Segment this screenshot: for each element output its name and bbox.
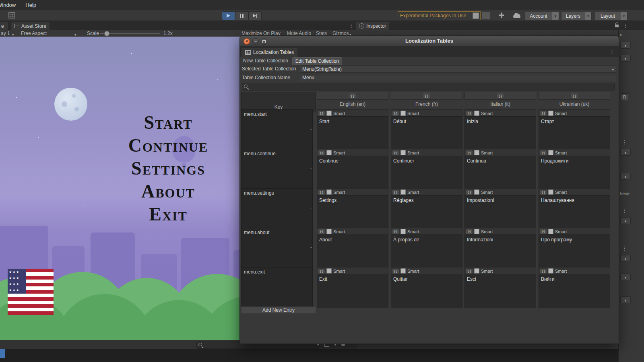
warning-action-button[interactable] — [473, 12, 479, 19]
smart-checkbox[interactable] — [548, 150, 553, 155]
display-dropdown[interactable]: ay 1 — [1, 31, 10, 36]
row-handle[interactable] — [307, 267, 315, 306]
tab-asset-store[interactable]: Asset Store — [11, 22, 50, 30]
translation-input[interactable]: Старт — [539, 116, 610, 150]
smart-checkbox[interactable] — [326, 268, 332, 274]
account-dropdown[interactable]: Account — [524, 12, 559, 20]
lock-icon[interactable] — [615, 25, 619, 27]
row-handle[interactable] — [307, 188, 315, 228]
window-titlebar[interactable]: Localization Tables — [240, 36, 619, 47]
game-menu-item[interactable]: Start — [144, 114, 193, 132]
translation-input[interactable]: Réglages — [391, 195, 462, 229]
add-new-entry-button[interactable]: Add New Entry — [241, 306, 316, 314]
clipped-dropdown[interactable] — [620, 296, 631, 303]
smart-checkbox[interactable] — [474, 150, 479, 155]
cloud-icon[interactable] — [513, 15, 520, 18]
layers-dropdown[interactable]: Layers — [561, 12, 592, 20]
clipped-dropdown[interactable] — [620, 217, 631, 224]
smart-checkbox[interactable] — [400, 189, 406, 195]
translation-input[interactable]: Continue — [317, 156, 388, 190]
window-menu-icon[interactable] — [609, 49, 615, 55]
toolbar-square-button[interactable] — [481, 12, 490, 20]
translation-input[interactable]: Continuer — [391, 156, 462, 190]
collab-icon[interactable] — [500, 14, 503, 16]
grid-snap-icon[interactable] — [8, 12, 15, 19]
translation-input[interactable]: Start — [317, 116, 388, 150]
smart-checkbox[interactable] — [548, 268, 553, 274]
clipped-dropdown[interactable] — [620, 149, 631, 156]
step-button[interactable] — [248, 11, 262, 20]
smart-checkbox[interactable] — [326, 111, 332, 116]
translation-input[interactable]: Impostazioni — [464, 195, 536, 229]
language-column-header[interactable]: {·} English (en) — [317, 92, 388, 109]
collection-name-input[interactable]: Menu — [300, 74, 616, 81]
smart-checkbox[interactable] — [474, 229, 479, 234]
smart-checkbox[interactable] — [474, 111, 479, 116]
column-settings-bar[interactable]: {·} — [539, 92, 610, 100]
key-cell[interactable]: menu.exit — [241, 267, 313, 311]
tab-clipped-fragment[interactable]: e — [0, 22, 8, 30]
key-cell[interactable]: menu.about — [241, 228, 313, 271]
smart-checkbox[interactable] — [474, 189, 479, 195]
translation-input[interactable]: Continua — [464, 156, 536, 190]
language-column-header[interactable]: {·} Italian (it) — [464, 92, 536, 109]
smart-checkbox[interactable] — [400, 150, 406, 155]
scale-slider-knob[interactable] — [104, 31, 109, 36]
clipped-button[interactable]: R — [621, 93, 628, 101]
translation-input[interactable]: Продовжити — [539, 156, 610, 190]
table-search-input[interactable] — [242, 83, 615, 90]
smart-checkbox[interactable] — [326, 150, 332, 155]
key-cell[interactable]: menu.settings — [241, 188, 313, 232]
translation-input[interactable]: Налаштування — [539, 195, 610, 229]
clipped-dropdown[interactable] — [620, 274, 631, 280]
translation-input[interactable]: About — [317, 234, 388, 269]
game-menu-item[interactable]: Settings — [131, 160, 205, 177]
language-column-header[interactable]: {·} Ukrainian (uk) — [539, 92, 610, 109]
experimental-packages-warning[interactable]: Experimental Packages In Use — [398, 11, 481, 20]
key-cell[interactable]: menu.start — [241, 109, 313, 153]
smart-checkbox[interactable] — [548, 189, 553, 195]
clipped-dropdown[interactable] — [620, 55, 631, 62]
inspector-menu-icon[interactable] — [623, 23, 628, 29]
translation-input[interactable]: Informazioni — [464, 234, 536, 269]
translation-input[interactable]: Settings — [317, 195, 388, 229]
menu-help[interactable]: Help — [25, 2, 36, 8]
translation-input[interactable]: Quitter — [391, 274, 462, 308]
smart-checkbox[interactable] — [548, 229, 553, 234]
smart-checkbox[interactable] — [400, 229, 406, 234]
column-settings-bar[interactable]: {·} — [464, 92, 536, 100]
smart-checkbox[interactable] — [474, 268, 479, 274]
translation-input[interactable]: Inizia — [464, 116, 536, 150]
kebab-menu-icon[interactable] — [622, 208, 627, 214]
edit-table-collection-button[interactable]: Edit Table Collection — [292, 57, 342, 65]
translation-input[interactable]: À propos de — [391, 234, 462, 269]
clipped-dropdown[interactable] — [620, 255, 631, 262]
game-menu-item[interactable]: About — [141, 183, 195, 200]
smart-checkbox[interactable] — [400, 111, 406, 116]
translation-input[interactable]: Début — [391, 116, 462, 150]
aspect-dropdown[interactable]: Free Aspect — [21, 31, 47, 36]
pause-button[interactable] — [235, 11, 248, 20]
clipped-dropdown[interactable] — [620, 173, 631, 180]
language-column-header[interactable]: {·} French (fr) — [391, 92, 462, 109]
play-button[interactable] — [222, 11, 235, 20]
translation-input[interactable]: Про програму — [539, 234, 610, 269]
row-handle[interactable] — [307, 228, 315, 267]
menu-window[interactable]: Window — [0, 2, 16, 8]
tab-localization-tables[interactable]: Localization Tables — [242, 48, 297, 57]
key-cell[interactable]: menu.continue — [241, 149, 313, 192]
clipped-dropdown[interactable] — [620, 42, 631, 49]
column-settings-bar[interactable]: {·} — [317, 92, 388, 100]
row-handle[interactable] — [307, 109, 315, 149]
kebab-menu-icon[interactable] — [622, 245, 627, 251]
smart-checkbox[interactable] — [326, 189, 332, 195]
smart-checkbox[interactable] — [326, 229, 332, 234]
game-menu-item[interactable]: Continue — [128, 137, 208, 154]
smart-checkbox[interactable] — [400, 268, 406, 274]
tab-inspector[interactable]: Inspector — [356, 22, 389, 30]
layout-dropdown[interactable]: Layout — [594, 12, 627, 20]
translation-input[interactable]: Exit — [317, 274, 388, 308]
translation-input[interactable]: Вийти — [539, 274, 610, 308]
column-settings-bar[interactable]: {·} — [391, 92, 462, 100]
selected-collection-dropdown[interactable]: Menu(StringTable) — [300, 65, 616, 73]
